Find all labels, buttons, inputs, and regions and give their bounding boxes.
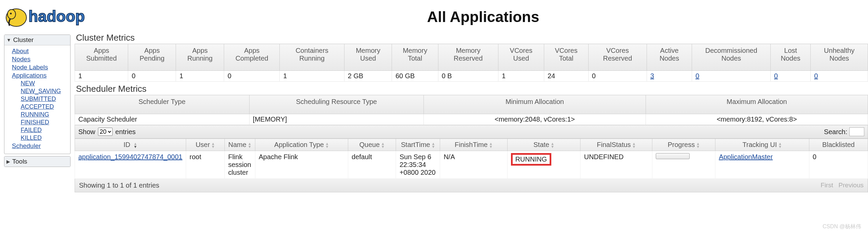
col-user[interactable]: User▲▼ [186,139,224,151]
link-unhealthy-nodes[interactable]: 0 [814,72,818,80]
sidebar-item-killed[interactable]: KILLED [21,134,70,142]
cell-apps-pending: 0 [128,71,176,82]
cell-blacklisted: 0 [809,151,868,179]
col-memory-reserved: Memory Reserved [438,44,498,71]
progress-bar [656,153,690,159]
table-row: application_1599402747874_0001 root Flin… [75,151,868,179]
sidebar-item-about[interactable]: About [12,47,70,55]
sidebar-item-running[interactable]: RUNNING [21,111,70,118]
hadoop-logo: hadoop [3,3,105,30]
link-lost-nodes[interactable]: 0 [774,72,778,80]
sidebar-item-applications[interactable]: Applications [12,72,70,79]
sort-icon: ▲▼ [632,142,636,148]
sort-icon: ▲▼ [431,142,435,148]
sort-icon: ▲▼ [489,142,493,148]
col-id[interactable]: ID ▲▼ [75,139,186,151]
sort-icon: ▲▼ [551,142,554,148]
sidebar-item-scheduler[interactable]: Scheduler [12,142,70,150]
col-tracking-ui[interactable]: Tracking UI▲▼ [715,139,809,151]
col-blacklisted[interactable]: Blacklisted [809,139,868,151]
sort-icon: ▲▼ [248,142,252,148]
sidebar-item-failed[interactable]: FAILED [21,127,70,134]
col-queue[interactable]: Queue▲▼ [348,139,396,151]
show-label: Show [78,128,95,136]
col-apps-submitted: Apps Submitted [75,44,128,71]
col-vcores-used: VCores Used [498,44,544,71]
scheduler-metrics-table: Scheduler Type Scheduling Resource Type … [75,95,868,125]
cell-vcores-used: 1 [498,71,544,82]
cell-finalstatus: UNDEFINED [580,151,652,179]
cell-apps-completed: 0 [224,71,280,82]
sort-icon: ▲▼ [134,142,137,148]
cell-memory-used: 2 GB [344,71,392,82]
col-progress[interactable]: Progress▲▼ [652,139,715,151]
col-vcores-reserved: VCores Reserved [588,44,647,71]
sidebar-section-cluster[interactable]: ▼ Cluster [4,35,70,45]
sidebar-item-node-labels[interactable]: Node Labels [12,64,70,71]
col-scheduling-resource-type: Scheduling Resource Type [249,95,424,114]
datatable-toolbar: Show 20 entries Search: [75,125,868,139]
cluster-metrics-table: Apps Submitted Apps Pending Apps Running… [75,44,868,82]
link-application-id[interactable]: application_1599402747874_0001 [78,153,182,161]
cell-user: root [186,151,224,179]
main-content: Cluster Metrics Apps Submitted Apps Pend… [73,30,868,192]
col-scheduler-type: Scheduler Type [75,95,250,114]
svg-text:hadoop: hadoop [28,7,85,25]
cell-queue: default [348,151,396,179]
sidebar-item-submitted[interactable]: SUBMITTED [21,96,70,103]
cell-minimum-allocation: <memory:2048, vCores:1> [424,114,646,125]
col-memory-total: Memory Total [392,44,438,71]
page-title: All Applications [105,8,861,25]
sidebar-item-new[interactable]: NEW [21,80,70,87]
cell-name: Flink session cluster [224,151,255,179]
col-apps-pending: Apps Pending [128,44,176,71]
col-active-nodes: Active Nodes [647,44,692,71]
sidebar-item-new-saving[interactable]: NEW_SAVING [21,88,70,95]
col-vcores-total: VCores Total [544,44,588,71]
col-decommissioned-nodes: Decommissioned Nodes [692,44,771,71]
datatable-info: Showing 1 to 1 of 1 entries [79,182,821,189]
col-apps-completed: Apps Completed [224,44,280,71]
col-name[interactable]: Name▲▼ [224,139,255,151]
sidebar-item-accepted[interactable]: ACCEPTED [21,103,70,110]
cell-scheduler-type: Capacity Scheduler [75,114,250,125]
col-lost-nodes: Lost Nodes [771,44,811,71]
col-finishtime[interactable]: FinishTime▲▼ [440,139,507,151]
sidebar-section-tools[interactable]: ▶ Tools [4,156,70,167]
col-containers-running: Containers Running [280,44,344,71]
pager-previous[interactable]: Previous [839,182,864,189]
cell-starttime: Sun Sep 6 22:35:34 +0800 2020 [396,151,440,179]
col-apps-running: Apps Running [176,44,224,71]
page-size-select[interactable]: 20 [98,128,113,136]
cell-maximum-allocation: <memory:8192, vCores:8> [646,114,868,125]
sidebar-item-finished[interactable]: FINISHED [21,119,70,126]
search-label: Search: [824,128,847,136]
col-unhealthy-nodes: Unhealthy Nodes [811,44,868,71]
sidebar-section-label: Tools [12,158,27,165]
sidebar-item-nodes[interactable]: Nodes [12,56,70,63]
pager-first[interactable]: First [821,182,833,189]
sort-icon: ▲▼ [778,142,782,148]
search-input[interactable] [849,127,864,136]
col-memory-used: Memory Used [344,44,392,71]
cell-apps-running: 1 [176,71,224,82]
applications-table: ID ▲▼ User▲▼ Name▲▼ Application Type▲▼ Q… [75,139,868,179]
chevron-right-icon: ▶ [6,159,10,164]
link-decommissioned-nodes[interactable]: 0 [695,72,699,80]
state-badge: RUNNING [511,153,551,166]
link-tracking-ui[interactable]: ApplicationMaster [719,153,773,161]
col-minimum-allocation: Minimum Allocation [424,95,646,114]
col-starttime[interactable]: StartTime▲▼ [396,139,440,151]
col-finalstatus[interactable]: FinalStatus▲▼ [580,139,652,151]
cell-scheduling-resource-type: [MEMORY] [249,114,424,125]
link-active-nodes[interactable]: 3 [650,72,654,80]
col-application-type[interactable]: Application Type▲▼ [255,139,348,151]
chevron-down-icon: ▼ [6,37,11,43]
cell-containers-running: 1 [280,71,344,82]
sort-icon: ▲▼ [381,142,385,148]
col-state[interactable]: State▲▼ [507,139,580,151]
sort-icon: ▲▼ [696,142,700,148]
cell-vcores-reserved: 0 [588,71,647,82]
svg-point-1 [7,9,16,19]
col-maximum-allocation: Maximum Allocation [646,95,868,114]
